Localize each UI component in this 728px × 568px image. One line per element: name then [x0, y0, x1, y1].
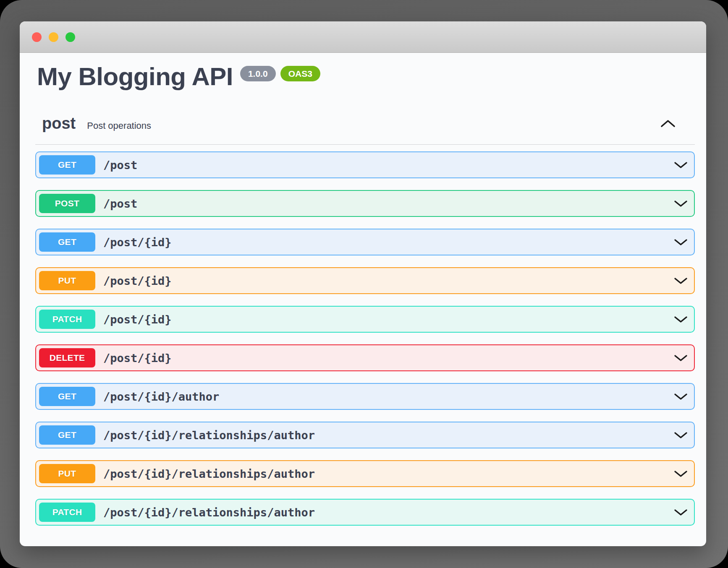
operation-row[interactable]: GET /post/{id}/author: [35, 383, 695, 410]
tag-name: post: [42, 114, 76, 133]
chevron-down-icon[interactable]: [674, 162, 688, 169]
endpoint-path: /post/{id}: [103, 274, 172, 287]
chevron-down-icon[interactable]: [674, 239, 688, 246]
method-badge: GET: [39, 232, 95, 252]
chevron-down-icon[interactable]: [674, 393, 688, 400]
endpoint-path: /post/{id}/author: [103, 390, 219, 403]
method-badge: PATCH: [39, 503, 95, 522]
chevron-down-icon[interactable]: [674, 509, 688, 516]
app-window: My Blogging API 1.0.0 OAS3 post Post ope…: [20, 21, 706, 546]
chevron-down-icon[interactable]: [674, 470, 688, 477]
badges: 1.0.0 OAS3: [240, 63, 320, 81]
method-badge: POST: [39, 194, 95, 213]
method-badge: DELETE: [39, 348, 95, 367]
close-button[interactable]: [32, 32, 42, 42]
operation-row[interactable]: PUT /post/{id}: [35, 267, 695, 294]
operation-row[interactable]: POST /post: [35, 190, 695, 217]
method-badge: GET: [39, 425, 95, 445]
chevron-up-icon[interactable]: [660, 120, 676, 128]
endpoint-path: /post: [103, 197, 137, 210]
operation-row[interactable]: GET /post/{id}/relationships/author: [35, 422, 695, 448]
endpoint-path: /post/{id}: [103, 236, 172, 249]
page-content: My Blogging API 1.0.0 OAS3 post Post ope…: [20, 63, 706, 526]
endpoint-path: /post/{id}/relationships/author: [103, 429, 315, 442]
chevron-down-icon[interactable]: [674, 432, 688, 439]
endpoint-path: /post/{id}: [103, 352, 172, 365]
minimize-button[interactable]: [49, 32, 58, 42]
section-divider: [35, 144, 695, 145]
page-title: My Blogging API: [37, 63, 233, 91]
tag-description: Post operations: [87, 120, 151, 131]
version-badge: 1.0.0: [240, 66, 276, 81]
window-shadow-frame: My Blogging API 1.0.0 OAS3 post Post ope…: [0, 0, 728, 568]
method-badge: GET: [39, 155, 95, 175]
spec-badge: OAS3: [280, 66, 320, 81]
endpoint-path: /post/{id}: [103, 313, 172, 326]
tag-section-header[interactable]: post Post operations: [42, 114, 695, 133]
zoom-button[interactable]: [65, 32, 75, 42]
method-badge: PUT: [39, 464, 95, 483]
endpoint-path: /post/{id}/relationships/author: [103, 467, 315, 480]
api-header: My Blogging API 1.0.0 OAS3: [37, 63, 695, 91]
endpoint-path: /post: [103, 159, 137, 172]
titlebar[interactable]: [20, 21, 706, 53]
operations-list: GET /post POST /post GET /post/{id} PUT …: [35, 151, 695, 526]
operation-row[interactable]: GET /post/{id}: [35, 229, 695, 255]
chevron-down-icon[interactable]: [674, 277, 688, 284]
chevron-down-icon[interactable]: [674, 316, 688, 323]
method-badge: PATCH: [39, 310, 95, 329]
chevron-down-icon[interactable]: [674, 200, 688, 207]
operation-row[interactable]: GET /post: [35, 151, 695, 178]
operation-row[interactable]: DELETE /post/{id}: [35, 344, 695, 371]
endpoint-path: /post/{id}/relationships/author: [103, 506, 315, 519]
method-badge: PUT: [39, 271, 95, 290]
operation-row[interactable]: PATCH /post/{id}: [35, 306, 695, 333]
method-badge: GET: [39, 387, 95, 406]
operation-row[interactable]: PUT /post/{id}/relationships/author: [35, 460, 695, 487]
operation-row[interactable]: PATCH /post/{id}/relationships/author: [35, 499, 695, 526]
chevron-down-icon[interactable]: [674, 354, 688, 362]
